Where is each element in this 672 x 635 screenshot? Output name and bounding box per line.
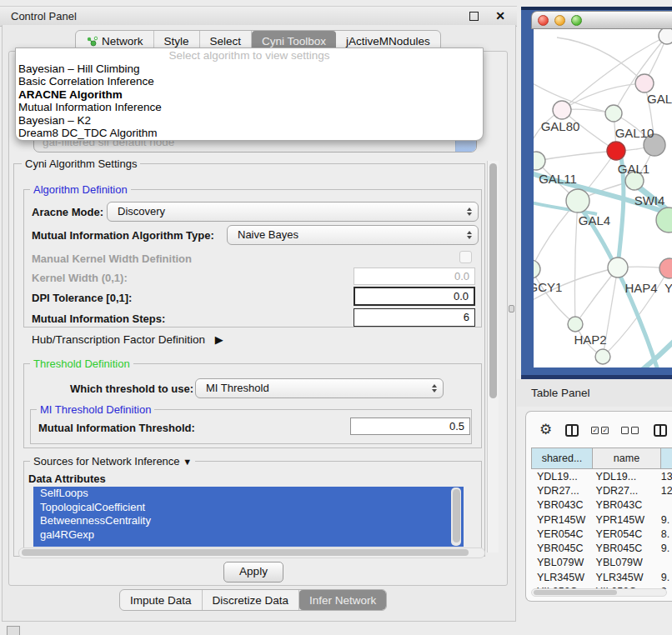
minimized-panel-icon[interactable] (7, 626, 20, 635)
threshold-definition-title: Threshold Definition (30, 358, 133, 370)
which-threshold-combobox[interactable]: MI Threshold (195, 378, 444, 398)
data-attribute-item[interactable]: gal4RGexp (33, 528, 464, 542)
table-row[interactable]: YDR27...YDR27...12 (531, 483, 672, 498)
network-node-gal11[interactable] (534, 152, 545, 170)
unchecked-boxes-icon[interactable] (621, 427, 639, 434)
network-node-gal80[interactable] (553, 101, 571, 119)
network-edge[interactable] (534, 79, 614, 113)
network-node-gal[interactable] (635, 74, 654, 92)
tab-impute-data[interactable]: Impute Data (120, 590, 203, 610)
network-edge[interactable] (574, 201, 578, 324)
network-node[interactable] (595, 349, 610, 364)
split-columns-icon[interactable] (565, 424, 579, 437)
table-row[interactable]: YER054CYER054C8. (531, 527, 672, 541)
network-node-gal4[interactable] (566, 189, 589, 212)
scrollbar-thumb[interactable] (22, 549, 469, 556)
network-edge[interactable] (557, 38, 644, 83)
minimize-traffic-light-icon[interactable] (554, 15, 565, 26)
scrollbar-thumb[interactable] (534, 590, 617, 595)
node-label-y: Y (664, 281, 672, 295)
table-cell: YDL19... (590, 471, 655, 482)
data-attribute-item[interactable]: BetweennessCentrality (33, 514, 464, 528)
algorithm-option[interactable]: Bayesian – Hill Climbing (16, 62, 483, 75)
network-graph[interactable]: GALGAL80GAL10GAL1GAL11SWI4GAL4GCY1HAP4YH… (534, 29, 672, 368)
combo-arrows-icon (467, 231, 472, 239)
close-traffic-light-icon[interactable] (538, 15, 549, 26)
network-node[interactable] (659, 29, 672, 44)
kernel-width-field[interactable]: 0.0 (354, 268, 475, 285)
network-edge-thick[interactable] (639, 331, 672, 368)
data-attributes-list[interactable]: SelfLoopsTopologicalCoefficientBetweenne… (33, 487, 464, 547)
table-header-col3[interactable] (661, 448, 672, 469)
network-edge[interactable] (536, 151, 616, 161)
node-label-gcy1: GCY1 (534, 280, 562, 294)
zoom-traffic-light-icon[interactable] (571, 15, 582, 26)
network-node-y[interactable] (659, 258, 672, 278)
manual-kernel-checkbox[interactable] (459, 251, 472, 263)
data-attribute-item[interactable]: SelfLoops (33, 487, 464, 501)
panel-resize-handle[interactable] (509, 305, 514, 312)
network-edge[interactable] (534, 161, 536, 229)
settings-horizontal-scrollbar[interactable] (18, 548, 485, 558)
node-label-hap4: HAP4 (624, 281, 657, 295)
control-panel-title: Control Panel (0, 10, 469, 22)
hub-definition-toggle[interactable]: Hub/Transcription Factor Definition ▶ (32, 333, 223, 346)
table-body[interactable]: YDL19...YDL19...13YDR27...YDR27...12YBR0… (531, 469, 672, 589)
scrollbar-thumb[interactable] (489, 163, 497, 398)
tab-label: Style (164, 35, 189, 48)
manual-kernel-label: Manual Kernel Width Definition (32, 252, 192, 265)
table-row[interactable]: YBL079WYBL079W (531, 556, 672, 570)
algorithm-option[interactable]: Bayesian – K2 (16, 114, 483, 127)
network-edge[interactable] (562, 83, 644, 110)
aracne-mode-combobox[interactable]: Discovery (107, 202, 479, 222)
table-row[interactable]: YBR045CYBR045C9. (531, 541, 672, 555)
collapse-arrow-icon[interactable]: ▼ (183, 457, 192, 467)
table-cell: YBR045C (531, 542, 590, 554)
network-edge[interactable] (534, 269, 575, 324)
tab-discretize-data[interactable]: Discretize Data (203, 590, 300, 610)
network-node-gal10[interactable] (605, 105, 622, 122)
tab-infer-network[interactable]: Infer Network (299, 590, 386, 610)
float-window-icon[interactable] (469, 12, 479, 21)
mi-type-combobox[interactable]: Naive Bayes (227, 225, 479, 245)
network-node-hap4[interactable] (608, 258, 628, 278)
mi-type-label: Mutual Information Algorithm Type: (32, 229, 214, 242)
algorithm-option[interactable]: Mutual Information Inference (16, 101, 483, 113)
checked-boxes-icon[interactable]: ✓✓ (591, 427, 609, 434)
table-header-name[interactable]: name (593, 448, 661, 469)
table-row[interactable]: YBR043CYBR043C (531, 498, 672, 512)
table-header-shared-name[interactable]: shared... (531, 448, 593, 469)
table-row[interactable]: YDL19...YDL19...13 (531, 469, 672, 483)
settings-vertical-scrollbar[interactable] (487, 161, 499, 552)
table-cell: 9. (655, 572, 672, 583)
table-panel-title: Table Panel (517, 387, 590, 399)
table-row[interactable]: YLR345WYLR345W9. (531, 570, 672, 584)
network-node[interactable] (607, 142, 625, 160)
gear-icon[interactable]: ⚙ (539, 422, 552, 438)
algorithm-option[interactable]: Basic Correlation Inference (16, 75, 483, 88)
expand-arrow-icon[interactable]: ▶ (215, 333, 223, 346)
column-icon-partial[interactable] (654, 424, 667, 437)
network-node-hap2[interactable] (568, 317, 583, 332)
network-view-canvas[interactable]: GALGAL80GAL10GAL1GAL11SWI4GAL4GCY1HAP4YH… (534, 29, 672, 368)
which-threshold-label: Which threshold to use: (70, 382, 193, 395)
apply-button[interactable]: Apply (223, 562, 283, 582)
dpi-tolerance-field[interactable]: 0.0 (354, 287, 475, 306)
network-window-titlebar[interactable] (531, 11, 672, 29)
network-node-gcy1[interactable] (534, 260, 540, 278)
algorithm-option[interactable]: Dream8 DC_TDC Algorithm (16, 127, 483, 139)
table-cell: 9. (655, 514, 672, 526)
table-horizontal-scrollbar[interactable] (531, 588, 667, 597)
network-edge[interactable] (575, 268, 618, 324)
algorithm-option[interactable]: ARACNE Algorithm (16, 88, 483, 101)
node-label-gal80: GAL80 (541, 119, 580, 133)
mi-threshold-field[interactable]: 0.5 (350, 418, 470, 435)
sources-group-title[interactable]: Sources for Network Inference ▼ (30, 455, 195, 468)
attributes-scrollbar[interactable] (451, 488, 461, 546)
table-row[interactable]: YPR145WYPR145W9. (531, 512, 672, 527)
close-icon[interactable]: ✕ (495, 12, 505, 20)
data-attribute-item[interactable]: TopologicalCoefficient (33, 501, 464, 515)
mi-steps-field[interactable]: 6 (354, 308, 475, 327)
table-cell: YPR145W (531, 514, 590, 526)
scrollbar-thumb[interactable] (453, 489, 460, 542)
